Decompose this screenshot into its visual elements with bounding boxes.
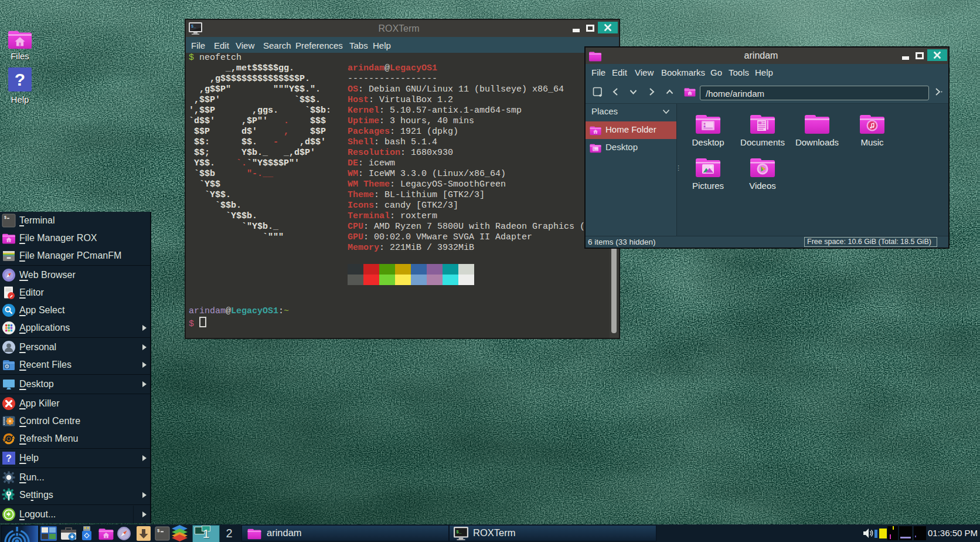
svg-text:?: ?	[6, 453, 12, 463]
svg-text:$: $	[157, 529, 160, 533]
svg-text:$_: $_	[456, 530, 462, 534]
svg-text:$: $	[4, 215, 6, 220]
